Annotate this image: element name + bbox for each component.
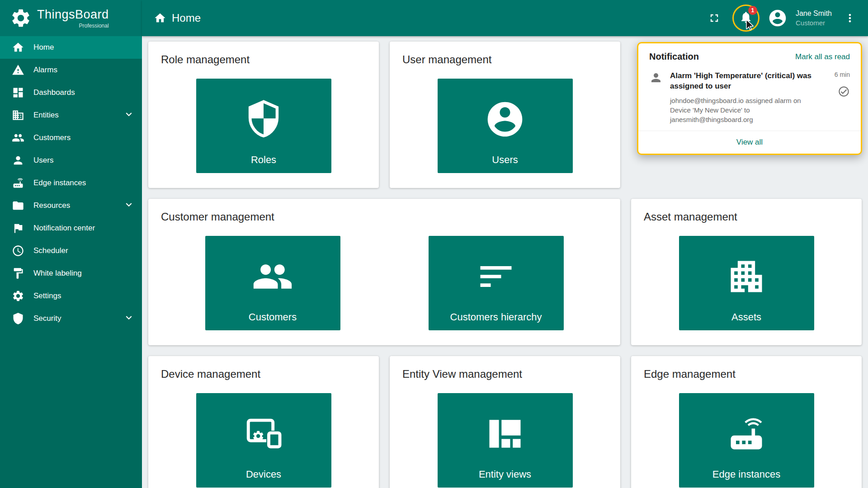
- user-name: Jane Smith: [796, 9, 832, 19]
- sidebar-item-resources[interactable]: Resources: [0, 194, 142, 217]
- person-icon: [649, 71, 663, 124]
- notification-popup-title: Notification: [649, 52, 699, 62]
- top-toolbar: Home 1 Jane Smith Custome: [142, 0, 868, 36]
- mouse-cursor: [744, 19, 755, 30]
- notification-time: 6 min: [835, 71, 850, 78]
- fullscreen-button[interactable]: [704, 8, 724, 28]
- sidebar-item-home[interactable]: Home: [0, 36, 142, 59]
- notification-popup: Notification Mark all as read Alarm 'Hig…: [637, 42, 862, 155]
- card-title: Entity View management: [402, 368, 608, 380]
- card-title: Role management: [161, 53, 366, 66]
- card-device-management: Device management Devices: [148, 356, 379, 488]
- sidebar-item-label: Resources: [33, 201, 70, 210]
- sidebar-item-label: White labeling: [33, 269, 82, 278]
- app-root: ThingsBoard Professional Home Alarms Das…: [0, 0, 868, 488]
- more-menu-button[interactable]: [840, 8, 860, 28]
- sidebar-item-alarms[interactable]: Alarms: [0, 59, 142, 81]
- card-title: Edge management: [644, 368, 849, 380]
- card-asset-management: Asset management Assets: [631, 199, 862, 345]
- user-role: Customer: [796, 19, 832, 28]
- sidebar-item-dashboards[interactable]: Dashboards: [0, 81, 142, 104]
- card-title: Asset management: [644, 211, 849, 223]
- page-title: Home: [154, 12, 201, 24]
- card-title: Customer management: [161, 211, 608, 223]
- view-all-button[interactable]: View all: [638, 131, 861, 154]
- tile-devices[interactable]: Devices: [196, 393, 331, 488]
- warning-icon: [12, 64, 24, 76]
- domain-icon: [12, 109, 24, 122]
- card-title: User management: [402, 53, 608, 66]
- brand-name: ThingsBoard: [37, 8, 109, 22]
- logo-gear-icon: [10, 7, 32, 29]
- building-icon: [726, 256, 767, 297]
- tile-entity-views[interactable]: Entity views: [438, 393, 573, 488]
- home-icon: [12, 41, 24, 54]
- card-user-management: User management Users: [390, 42, 620, 188]
- user-info[interactable]: Jane Smith Customer: [796, 9, 832, 27]
- sidebar-item-label: Dashboards: [33, 88, 75, 97]
- clock-icon: [12, 244, 24, 257]
- mark-read-check-icon[interactable]: [838, 85, 850, 99]
- notifications-button[interactable]: 1: [732, 5, 760, 32]
- people-icon: [252, 256, 293, 297]
- sidebar-item-entities[interactable]: Entities: [0, 104, 142, 127]
- sidebar-item-label: Scheduler: [33, 246, 68, 255]
- folder-icon: [12, 199, 24, 212]
- thingsboard-logo[interactable]: ThingsBoard Professional: [0, 0, 142, 36]
- tile-assets[interactable]: Assets: [679, 236, 814, 330]
- sidebar-item-customers[interactable]: Customers: [0, 127, 142, 149]
- sidebar-item-label: Home: [33, 43, 54, 52]
- brand-edition: Professional: [37, 23, 109, 29]
- kebab-menu-icon: [844, 12, 856, 24]
- devices-icon: [243, 413, 284, 455]
- people-icon: [12, 131, 24, 144]
- fullscreen-icon: [708, 12, 721, 24]
- sidebar: ThingsBoard Professional Home Alarms Das…: [0, 0, 142, 488]
- sidebar-item-label: Alarms: [33, 66, 57, 75]
- card-role-management: Role management Roles: [148, 42, 379, 188]
- sidebar-item-label: Notification center: [33, 224, 95, 233]
- sidebar-item-edge-instances[interactable]: Edge instances: [0, 172, 142, 194]
- sidebar-item-label: Entities: [33, 111, 59, 120]
- hierarchy-sort-icon: [475, 256, 517, 297]
- gear-icon: [12, 290, 24, 302]
- sidebar-item-label: Security: [33, 314, 61, 323]
- sidebar-item-scheduler[interactable]: Scheduler: [0, 239, 142, 262]
- router-icon: [726, 413, 767, 455]
- tile-customers[interactable]: Customers: [205, 236, 340, 330]
- flag-icon: [12, 222, 24, 235]
- sidebar-nav: Home Alarms Dashboards Entities Customer…: [0, 36, 142, 330]
- roles-shield-icon: [243, 99, 284, 140]
- account-circle-icon: [768, 8, 788, 28]
- sidebar-item-white-labeling[interactable]: White labeling: [0, 262, 142, 285]
- chevron-down-icon[interactable]: [123, 108, 135, 122]
- person-icon: [12, 154, 24, 167]
- sidebar-item-label: Settings: [33, 291, 61, 300]
- user-avatar[interactable]: [768, 8, 788, 28]
- notification-title: Alarm 'High Temperature' (critical) was …: [670, 71, 819, 92]
- tile-users[interactable]: Users: [438, 79, 573, 173]
- paint-icon: [12, 267, 24, 280]
- chevron-down-icon[interactable]: [123, 199, 135, 213]
- chevron-down-icon[interactable]: [123, 312, 135, 326]
- sidebar-item-label: Customers: [33, 133, 71, 142]
- dashboard-icon: [12, 86, 24, 99]
- router-icon: [12, 177, 24, 189]
- tile-edge-instances[interactable]: Edge instances: [679, 393, 814, 488]
- sidebar-item-settings[interactable]: Settings: [0, 285, 142, 307]
- sidebar-item-label: Edge instances: [33, 178, 86, 188]
- tile-roles[interactable]: Roles: [196, 79, 331, 173]
- notification-count-badge: 1: [748, 6, 757, 15]
- tile-customers-hierarchy[interactable]: Customers hierarchy: [429, 236, 564, 330]
- sidebar-item-notification-center[interactable]: Notification center: [0, 217, 142, 239]
- notification-body: johndoe@thingsboard.io assigned alarm on…: [670, 96, 821, 124]
- sidebar-item-users[interactable]: Users: [0, 149, 142, 172]
- card-title: Device management: [161, 368, 366, 380]
- shield-icon: [12, 312, 24, 325]
- mark-all-as-read-link[interactable]: Mark all as read: [795, 52, 850, 61]
- card-entity-view-management: Entity View management Entity views: [390, 356, 620, 488]
- card-edge-management: Edge management Edge instances: [631, 356, 862, 488]
- sidebar-item-security[interactable]: Security: [0, 307, 142, 330]
- notification-item[interactable]: Alarm 'High Temperature' (critical) was …: [638, 66, 861, 131]
- account-circle-icon: [484, 99, 526, 140]
